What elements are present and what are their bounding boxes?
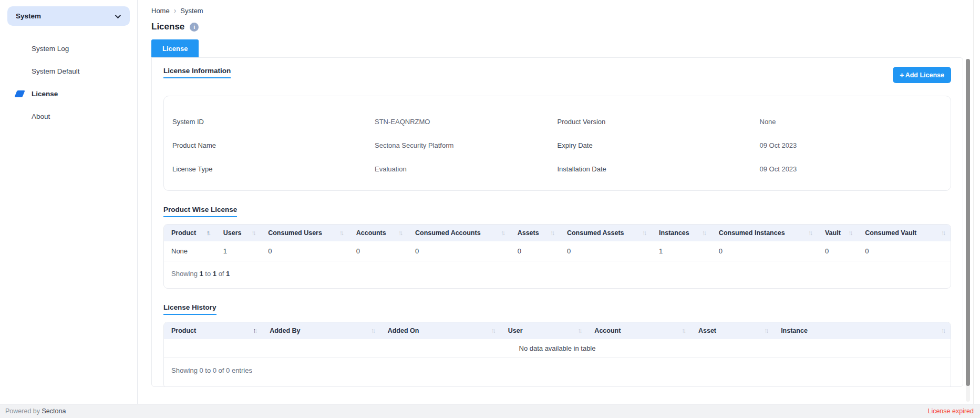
cell-instances: 1 (652, 241, 711, 261)
license-history-heading: License History (163, 303, 216, 315)
column-header-added-on[interactable]: Added On (380, 322, 501, 339)
column-header-account[interactable]: Account (587, 322, 691, 339)
cell-accounts: 0 (349, 241, 408, 261)
sidebar-nav: System Log System Default License About (7, 39, 130, 126)
license-history-table: Product Added By Added On User Account A… (164, 322, 951, 358)
sort-icon[interactable] (702, 229, 707, 237)
product-wise-license-table-panel: Product Users Consumed Users Accounts Co… (163, 224, 951, 289)
column-header-users[interactable]: Users (216, 225, 261, 241)
license-information-heading: License Information (163, 67, 231, 78)
sort-icon[interactable] (941, 229, 946, 237)
cell-consumed-users: 0 (261, 241, 349, 261)
license-icon (14, 90, 25, 97)
powered-by-text: Powered by (5, 407, 42, 415)
column-header-added-by[interactable]: Added By (262, 322, 380, 339)
column-header-consumed-assets[interactable]: Consumed Assets (560, 225, 652, 241)
breadcrumb: Home › System (151, 6, 963, 15)
field-product-version: Product Version None (558, 110, 943, 134)
empty-table-message: No data available in table (164, 339, 951, 358)
sidebar-item-label: License (32, 90, 58, 98)
sort-icon[interactable] (253, 327, 258, 334)
sort-icon[interactable] (848, 229, 853, 237)
footer: Powered by Sectona License expired (0, 404, 980, 418)
sort-icon[interactable] (764, 327, 769, 334)
sort-icon[interactable] (642, 229, 647, 237)
column-header-assets[interactable]: Assets (510, 225, 560, 241)
field-label: Product Version (558, 118, 760, 126)
sort-icon[interactable] (398, 229, 404, 237)
sort-icon[interactable] (682, 327, 687, 334)
field-value: None (760, 118, 943, 126)
main-content: Home › System License License License In… (138, 0, 980, 404)
app-window: System System Log System Default License… (0, 0, 980, 418)
info-column-right: Product Version None Expiry Date 09 Oct … (558, 110, 943, 181)
column-header-asset[interactable]: Asset (691, 322, 773, 339)
column-header-product[interactable]: Product (164, 322, 262, 339)
breadcrumb-home[interactable]: Home (151, 7, 170, 15)
table-header-row: Product Users Consumed Users Accounts Co… (164, 225, 951, 241)
license-history-table-panel: Product Added By Added On User Account A… (163, 322, 951, 387)
sidebar-item-about[interactable]: About (7, 107, 130, 126)
field-label: Installation Date (558, 165, 760, 173)
field-label: Product Name (172, 141, 375, 149)
sidebar-item-license[interactable]: License (7, 85, 130, 103)
add-license-label: Add License (905, 72, 944, 79)
sort-icon[interactable] (808, 229, 813, 237)
table-summary: Showing 1 to 1 of 1 (164, 261, 951, 288)
tab-license[interactable]: License (151, 39, 199, 57)
sort-icon[interactable] (251, 229, 256, 237)
column-header-consumed-instances[interactable]: Consumed Instances (711, 225, 818, 241)
powered-by: Powered by Sectona (5, 407, 66, 415)
license-tab-panel: License Information Add License System I… (151, 57, 963, 387)
field-product-name: Product Name Sectona Security Platform (172, 134, 558, 157)
info-icon[interactable] (190, 23, 199, 32)
field-value: 09 Oct 2023 (760, 141, 943, 149)
scrollbar-thumb[interactable] (966, 59, 970, 386)
plus-icon (900, 70, 904, 79)
scrollbar-track[interactable] (966, 59, 970, 402)
add-license-button[interactable]: Add License (893, 67, 951, 83)
breadcrumb-system[interactable]: System (180, 7, 203, 15)
sort-icon[interactable] (550, 229, 555, 237)
sidebar-item-system-default[interactable]: System Default (7, 62, 130, 80)
brand-name: Sectona (42, 407, 66, 415)
sort-icon[interactable] (207, 229, 212, 237)
field-installation-date: Installation Date 09 Oct 2023 (558, 157, 943, 181)
cell-vault: 0 (818, 241, 858, 261)
column-header-user[interactable]: User (501, 322, 587, 339)
column-header-consumed-users[interactable]: Consumed Users (261, 225, 349, 241)
sort-icon[interactable] (339, 229, 345, 237)
sidebar-item-label: System Default (32, 67, 80, 75)
product-wise-license-table: Product Users Consumed Users Accounts Co… (164, 225, 951, 261)
field-label: Expiry Date (558, 141, 760, 149)
license-information-header: License Information Add License (163, 67, 951, 83)
sort-icon[interactable] (941, 327, 946, 334)
column-header-product[interactable]: Product (164, 225, 216, 241)
empty-table-row: No data available in table (164, 339, 951, 358)
cell-consumed-assets: 0 (560, 241, 652, 261)
column-header-vault[interactable]: Vault (818, 225, 858, 241)
sidebar: System System Log System Default License… (0, 0, 138, 404)
field-system-id: System ID STN-EAQNRZMO (172, 110, 558, 134)
column-header-consumed-accounts[interactable]: Consumed Accounts (408, 225, 510, 241)
sidebar-item-label: System Log (32, 45, 69, 53)
sidebar-item-label: About (32, 113, 50, 120)
column-header-instances[interactable]: Instances (652, 225, 711, 241)
title-row: License (151, 22, 963, 32)
chevron-right-icon: › (174, 6, 177, 15)
sidebar-group-system[interactable]: System (7, 6, 130, 26)
sort-icon[interactable] (491, 327, 497, 334)
table-row[interactable]: None 1 0 0 0 0 0 1 0 0 0 (164, 241, 951, 261)
sort-icon[interactable] (501, 229, 506, 237)
sort-icon[interactable] (371, 327, 376, 334)
sidebar-item-system-log[interactable]: System Log (7, 39, 130, 58)
column-header-consumed-vault[interactable]: Consumed Vault (858, 225, 951, 241)
table-header-row: Product Added By Added On User Account A… (164, 322, 951, 339)
column-header-accounts[interactable]: Accounts (349, 225, 408, 241)
chevron-down-icon (115, 12, 121, 18)
field-label: License Type (172, 165, 375, 173)
field-expiry-date: Expiry Date 09 Oct 2023 (558, 134, 943, 157)
column-header-instance[interactable]: Instance (773, 322, 951, 339)
sort-icon[interactable] (577, 327, 583, 334)
cell-product: None (164, 241, 216, 261)
